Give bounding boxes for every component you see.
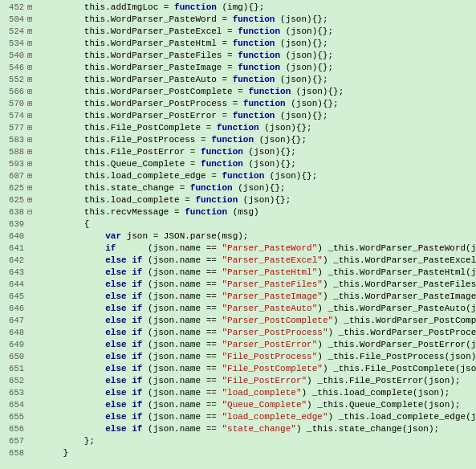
plain-token: json = JSON.parse(msg); xyxy=(121,231,248,241)
plain-token: (json){}; xyxy=(233,183,286,193)
kw-token: else if xyxy=(105,352,142,361)
line-number: 641 xyxy=(0,243,27,254)
str-token: "Parser_PasteWord" xyxy=(222,243,317,253)
code-content: this.WordParser_PasteExcel = function (j… xyxy=(40,26,476,37)
line-number: 504 xyxy=(0,14,27,25)
expand-icon[interactable]: ⊞ xyxy=(27,122,40,134)
plain-token: (json.name == xyxy=(142,255,222,265)
kw-token: function xyxy=(238,51,280,60)
plain-token: ) _this.load_complete_edge(json); xyxy=(328,412,477,422)
line-number: 546 xyxy=(0,62,27,73)
str-token: "Parser_PasteFiles" xyxy=(222,279,322,289)
no-expand-icon xyxy=(27,339,40,351)
kw-token: else if xyxy=(105,328,142,337)
code-line: 607⊞ this.load_complete_edge = function … xyxy=(0,170,476,182)
line-number: 649 xyxy=(0,339,27,350)
plain-token: (json.name == xyxy=(142,267,222,277)
expand-icon[interactable]: ⊞ xyxy=(27,62,40,74)
str-token: "Parser_PasteExcel" xyxy=(222,255,322,265)
expand-icon[interactable]: ⊞ xyxy=(27,170,40,182)
code-content: this.load_complete = function (json){}; xyxy=(40,194,476,206)
line-number: 655 xyxy=(0,411,27,422)
code-line: 583⊞ this.File_PostProcess = function (j… xyxy=(0,134,476,146)
expand-icon[interactable]: ⊞ xyxy=(27,134,40,146)
line-number: 452 xyxy=(0,2,27,13)
kw-token: else if xyxy=(105,340,142,349)
line-number: 534 xyxy=(0,38,27,49)
kw-token: function xyxy=(195,195,238,205)
kw-token: function xyxy=(233,39,275,48)
expand-icon[interactable]: ⊞ xyxy=(27,26,40,38)
kw-token: function xyxy=(233,75,275,84)
line-number: 650 xyxy=(0,351,27,362)
expand-icon[interactable]: ⊞ xyxy=(27,158,40,170)
plain-token: (json){}; xyxy=(280,27,333,36)
expand-icon[interactable]: ⊞ xyxy=(27,74,40,86)
expand-icon[interactable]: ⊞ xyxy=(27,98,40,110)
code-line: 625⊞ this.load_complete = function (json… xyxy=(0,194,476,206)
plain-token: (json.name == xyxy=(142,388,222,398)
str-token: "File_PostComplete" xyxy=(222,364,322,373)
str-token: "state_change" xyxy=(222,424,295,434)
str-token: "File_PostError" xyxy=(222,376,307,385)
expand-icon[interactable]: ⊞ xyxy=(27,110,40,122)
code-line: 593⊞ this.Queue_Complete = function (jso… xyxy=(0,158,476,170)
expand-icon[interactable]: ⊞ xyxy=(27,50,40,62)
no-expand-icon xyxy=(27,303,40,315)
plain-token: ) _this.WordParser_PasteFiles(json); xyxy=(323,279,476,289)
code-content: }; xyxy=(40,435,476,447)
plain-token: (json.name == xyxy=(116,243,222,253)
line-number: 644 xyxy=(0,279,27,290)
line-number: 607 xyxy=(0,170,27,181)
line-number: 652 xyxy=(0,375,27,386)
code-content: else if (json.name == "File_PostError") … xyxy=(40,375,476,386)
code-content: this.File_PostComplete = function (json)… xyxy=(40,122,476,133)
line-number: 574 xyxy=(0,110,27,121)
code-line: 652 else if (json.name == "File_PostErro… xyxy=(0,375,476,387)
code-line: 647 else if (json.name == "Parser_PostCo… xyxy=(0,315,476,327)
line-number: 642 xyxy=(0,255,27,266)
code-editor: 452⊞ this.addImgLoc = function (img){};5… xyxy=(0,0,476,461)
code-content: this.state_change = function (json){}; xyxy=(40,182,476,194)
no-expand-icon xyxy=(27,315,40,327)
kw-token: else if xyxy=(105,316,142,325)
kw-token: else if xyxy=(105,412,142,422)
expand-icon[interactable]: ⊞ xyxy=(27,86,40,98)
no-expand-icon xyxy=(27,435,40,447)
str-token: "Parser_PostError" xyxy=(222,340,317,349)
expand-icon[interactable]: ⊞ xyxy=(27,14,40,26)
line-number: 646 xyxy=(0,303,27,314)
expand-icon[interactable]: ⊞ xyxy=(27,194,40,206)
plain-token: (json){}; xyxy=(275,14,328,24)
plain-token: this.WordParser_PostError = xyxy=(84,111,233,120)
code-line: 524⊞ this.WordParser_PasteExcel = functi… xyxy=(0,26,476,38)
kw-token: function xyxy=(190,183,233,193)
expand-icon[interactable]: ⊞ xyxy=(27,146,40,158)
kw-token: else if xyxy=(105,267,142,277)
expand-icon[interactable]: ⊞ xyxy=(27,182,40,194)
plain-token: ) _this.WordParser_PasteImage(json); xyxy=(323,292,476,301)
code-content: this.Queue_Complete = function (json){}; xyxy=(40,158,476,169)
expand-icon[interactable]: ⊞ xyxy=(27,38,40,50)
line-number: 656 xyxy=(0,423,27,434)
plain-token: (json){}; xyxy=(286,99,339,108)
plain-token: (json){}; xyxy=(264,171,317,181)
no-expand-icon xyxy=(27,411,40,423)
line-number: 654 xyxy=(0,399,27,410)
code-content: this.load_complete_edge = function (json… xyxy=(40,170,476,181)
no-expand-icon xyxy=(27,255,40,267)
code-content: else if (json.name == "load_complete") _… xyxy=(40,387,476,398)
code-line: 654 else if (json.name == "Queue_Complet… xyxy=(0,399,476,411)
expand-icon[interactable]: ⊞ xyxy=(27,2,40,14)
kw-token: function xyxy=(238,63,280,72)
code-line: 570⊞ this.WordParser_PostProcess = funct… xyxy=(0,98,476,110)
code-content: if (json.name == "Parser_PasteWord") _th… xyxy=(40,243,476,254)
kw-token: function xyxy=(238,27,280,36)
plain-token: ) _this.WordParser_PasteWord(json); xyxy=(317,243,476,253)
code-line: 646 else if (json.name == "Parser_PasteA… xyxy=(0,303,476,315)
collapse-icon[interactable]: ⊟ xyxy=(27,206,40,218)
code-content: this.WordParser_PasteHtml = function (js… xyxy=(40,38,476,49)
line-number: 653 xyxy=(0,387,27,398)
str-token: "Parser_PasteHtml" xyxy=(222,267,317,277)
code-content: else if (json.name == "Parser_PasteImage… xyxy=(40,291,476,302)
